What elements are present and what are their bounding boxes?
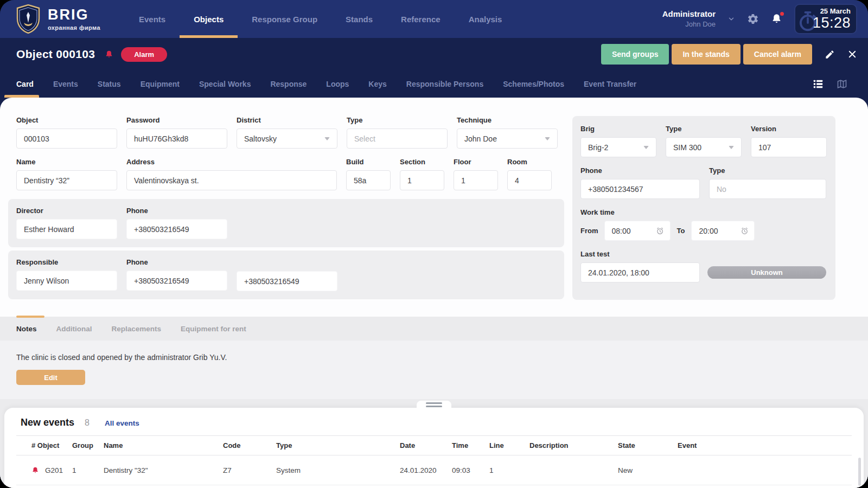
- work-time-to-field[interactable]: [691, 221, 755, 241]
- floor-field[interactable]: [454, 170, 498, 190]
- tab-card[interactable]: Card: [16, 70, 34, 98]
- cancel-alarm-button[interactable]: Cancel alarm: [743, 44, 812, 65]
- alarm-bell-icon: [105, 50, 113, 59]
- gear-icon[interactable]: [747, 13, 759, 25]
- user-menu[interactable]: Administrator John Doe: [662, 9, 716, 29]
- notifications-bell-icon[interactable]: [771, 13, 782, 25]
- sim-type-label: Type: [709, 166, 826, 175]
- object-title: Object 000103: [16, 48, 95, 61]
- object-field-label: Object: [16, 116, 117, 124]
- work-time-from-field[interactable]: [604, 221, 671, 241]
- version-field[interactable]: [751, 137, 827, 157]
- tab-responsible-persons[interactable]: Responsible Persons: [406, 70, 483, 98]
- build-field-label: Build: [346, 158, 391, 166]
- all-events-link[interactable]: All events: [105, 419, 139, 427]
- close-icon[interactable]: [847, 49, 857, 59]
- tab-keys[interactable]: Keys: [368, 70, 386, 98]
- section-field[interactable]: [400, 170, 444, 190]
- alarm-status-badge: Alarm: [121, 47, 167, 62]
- tab-equipment[interactable]: Equipment: [141, 70, 180, 98]
- work-time-to-label: To: [677, 227, 685, 235]
- brig-field-label: Brig: [580, 125, 656, 133]
- responsible-phone-field-1[interactable]: [126, 271, 227, 291]
- events-table-header: # Object Group Name Code Type Date Time …: [16, 435, 852, 455]
- notes-tab-replacements[interactable]: Replacements: [112, 325, 162, 333]
- new-events-count: 8: [85, 418, 90, 428]
- nav-item-events[interactable]: Events: [125, 0, 180, 38]
- tab-special-works[interactable]: Special Works: [199, 70, 251, 98]
- responsible-phone-label: Phone: [126, 258, 227, 266]
- nav-item-response-group[interactable]: Response Group: [238, 0, 331, 38]
- address-field[interactable]: [126, 170, 337, 190]
- notes-tab-notes[interactable]: Notes: [16, 325, 37, 333]
- tab-schemes-photos[interactable]: Schemes/Photos: [503, 70, 564, 98]
- director-card: Director Phone: [8, 199, 564, 247]
- last-test-status-badge[interactable]: Unknown: [707, 266, 826, 279]
- password-field[interactable]: [126, 129, 227, 149]
- clock-date: 25 March: [813, 8, 851, 15]
- clock-widget: 25 March 15:28: [794, 4, 857, 34]
- brig-type-select[interactable]: SIM 300: [666, 137, 742, 157]
- tab-event-transfer[interactable]: Event Transfer: [584, 70, 636, 98]
- brand-tagline: охранная фирма: [48, 24, 100, 31]
- brig-select[interactable]: Brig-2: [580, 137, 656, 157]
- director-phone-field[interactable]: [126, 219, 227, 239]
- notes-tab-additional[interactable]: Additional: [56, 325, 92, 333]
- district-select[interactable]: Saltovsky: [237, 129, 337, 149]
- name-field[interactable]: [16, 170, 117, 190]
- sim-type-field[interactable]: [709, 179, 826, 199]
- nav-item-objects[interactable]: Objects: [180, 0, 238, 38]
- address-field-label: Address: [126, 158, 337, 166]
- map-view-icon[interactable]: [837, 79, 847, 89]
- password-field-label: Password: [126, 116, 227, 124]
- object-field[interactable]: [16, 129, 117, 149]
- edit-note-button[interactable]: Edit: [16, 370, 85, 385]
- new-events-title: New events: [21, 417, 74, 428]
- chevron-down-icon: [324, 137, 330, 140]
- technique-select[interactable]: John Doe: [457, 129, 558, 149]
- object-header: Object 000103 Alarm Send groups In the s…: [0, 38, 868, 70]
- brig-type-label: Type: [666, 125, 742, 133]
- scrollbar-thumb[interactable]: [858, 458, 861, 486]
- work-time-label: Work time: [580, 208, 827, 216]
- type-select[interactable]: [347, 129, 448, 149]
- list-view-icon[interactable]: [813, 79, 824, 89]
- work-time-from-label: From: [580, 227, 598, 235]
- tab-loops[interactable]: Loops: [326, 70, 349, 98]
- director-field-label: Director: [16, 207, 117, 215]
- tab-response[interactable]: Response: [270, 70, 307, 98]
- top-nav: BRIG охранная фирма Events Objects Respo…: [0, 0, 868, 38]
- edit-pencil-icon[interactable]: [825, 49, 835, 60]
- send-groups-button[interactable]: Send groups: [601, 44, 669, 65]
- brig-panel: Brig Brig-2 Type SIM 300 Version: [572, 116, 835, 300]
- brig-phone-field[interactable]: [580, 179, 700, 199]
- nav-item-stands[interactable]: Stands: [331, 0, 387, 38]
- notes-tab-indicator: [16, 316, 44, 318]
- notes-tab-equipment-for-rent[interactable]: Equipment for rent: [181, 325, 246, 333]
- room-field[interactable]: [507, 170, 552, 190]
- build-field[interactable]: [346, 170, 391, 190]
- responsible-card: Responsible Phone .: [8, 251, 564, 299]
- chevron-down-icon[interactable]: [727, 15, 735, 23]
- note-text: The clinic is closed and opened by the a…: [16, 353, 852, 362]
- events-zone: New events 8 All events # Object Group N…: [0, 399, 868, 488]
- in-the-stands-button[interactable]: In the stands: [672, 44, 740, 65]
- director-field[interactable]: [16, 219, 117, 239]
- notification-dot: [780, 12, 784, 16]
- responsible-phone-field-2[interactable]: [237, 271, 337, 291]
- version-field-label: Version: [751, 125, 827, 133]
- section-field-label: Section: [400, 158, 444, 166]
- room-field-label: Room: [507, 158, 552, 166]
- brand-name: BRIG: [48, 8, 100, 22]
- nav-item-analysis[interactable]: Analysis: [455, 0, 516, 38]
- event-table-row[interactable]: G201 1 Dentistry "32" Z7 System 24.01.20…: [16, 455, 852, 485]
- events-table: # Object Group Name Code Type Date Time …: [16, 435, 852, 485]
- responsible-field[interactable]: [16, 271, 117, 291]
- nav-item-reference[interactable]: Reference: [387, 0, 455, 38]
- object-form: Object Password District Saltovsky T: [16, 116, 564, 300]
- drag-handle[interactable]: [417, 401, 451, 408]
- tab-events[interactable]: Events: [53, 70, 78, 98]
- last-test-field[interactable]: [580, 262, 700, 282]
- technique-field-label: Technique: [457, 116, 558, 124]
- tab-status[interactable]: Status: [98, 70, 121, 98]
